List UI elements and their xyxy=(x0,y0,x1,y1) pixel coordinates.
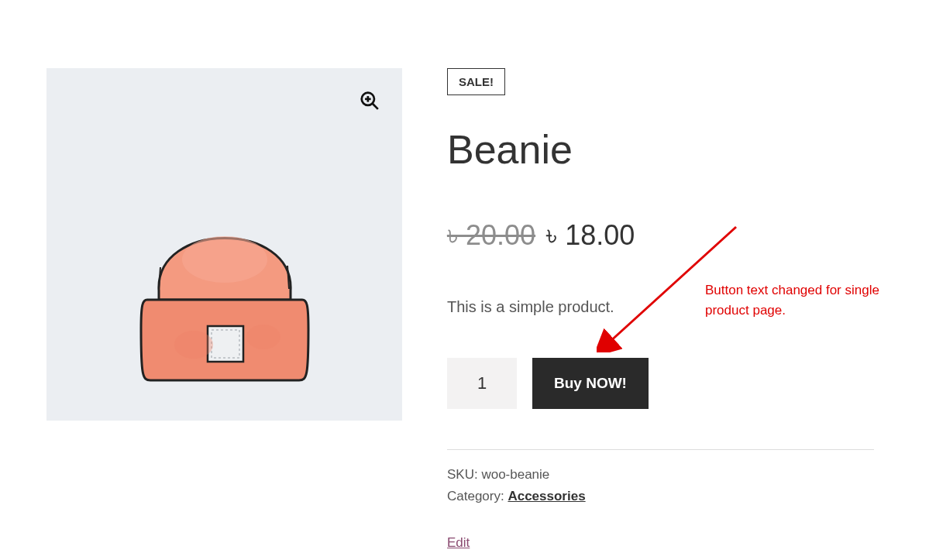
svg-line-1 xyxy=(373,104,378,109)
svg-point-5 xyxy=(182,236,267,283)
sku-line: SKU: woo-beanie xyxy=(447,467,874,483)
divider xyxy=(447,449,874,450)
edit-link[interactable]: Edit xyxy=(447,535,470,551)
product-title: Beanie xyxy=(447,126,874,173)
annotation-text: Button text changed for single product p… xyxy=(705,280,907,320)
product-image-column xyxy=(46,68,402,551)
add-to-cart-form: Buy NOW! xyxy=(447,358,874,409)
sku-value: woo-beanie xyxy=(481,467,549,482)
quantity-input[interactable] xyxy=(447,358,517,409)
price-new: ৳ 18.00 xyxy=(546,219,635,252)
product-container: SALE! Beanie ৳ 20.00 ৳ 18.00 This is a s… xyxy=(0,0,936,551)
sale-badge: SALE! xyxy=(447,68,505,95)
svg-point-7 xyxy=(246,325,280,349)
price: ৳ 20.00 ৳ 18.00 xyxy=(447,219,874,252)
product-illustration xyxy=(124,174,325,399)
svg-point-6 xyxy=(174,331,213,359)
price-old: ৳ 20.00 xyxy=(447,219,535,252)
zoom-icon[interactable] xyxy=(354,85,385,116)
category-link[interactable]: Accessories xyxy=(508,489,585,503)
buy-now-button[interactable]: Buy NOW! xyxy=(532,358,649,409)
product-image[interactable] xyxy=(46,68,402,421)
category-line: Category: Accessories xyxy=(447,489,874,504)
